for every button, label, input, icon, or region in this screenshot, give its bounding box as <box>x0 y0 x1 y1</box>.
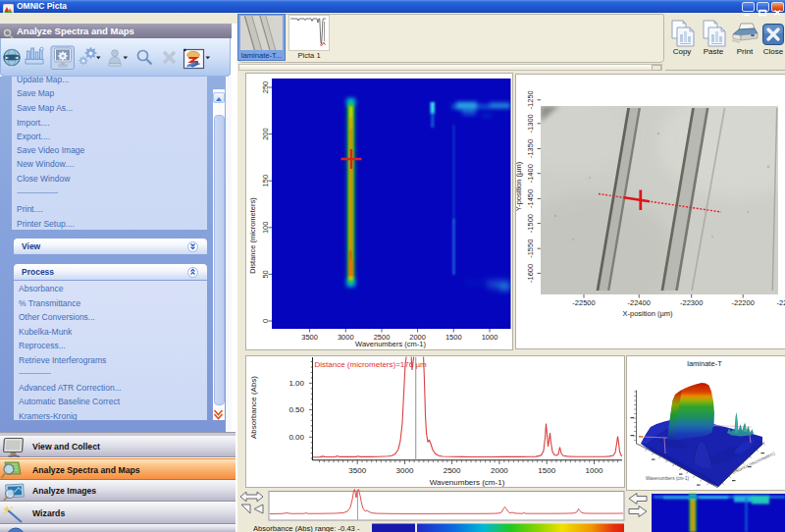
svg-text:250: 250 <box>261 81 270 94</box>
svg-text:Distance (micrometers): Distance (micrometers) <box>248 197 257 274</box>
svg-text:1000: 1000 <box>482 333 498 342</box>
svg-text:-1350: -1350 <box>526 139 535 158</box>
svg-text:-22500: -22500 <box>572 298 595 307</box>
svg-text:-1600: -1600 <box>526 264 535 283</box>
svg-text:-1400: -1400 <box>526 164 535 183</box>
svg-text:X-position (µm): X-position (µm) <box>623 309 674 318</box>
svg-text:Absorbance (Abs) range: -0.43: Absorbance (Abs) range: -0.43 - <box>253 524 360 532</box>
svg-text:Wavenumbers (cm-1): Wavenumbers (cm-1) <box>430 478 505 487</box>
svg-text:150: 150 <box>261 175 270 187</box>
svg-text:Wavenumbers (cm-1): Wavenumbers (cm-1) <box>355 340 426 348</box>
svg-text:Wavenumbers (cm-1): Wavenumbers (cm-1) <box>646 476 689 481</box>
svg-text:-1250: -1250 <box>526 90 535 109</box>
svg-text:50: 50 <box>261 270 270 278</box>
svg-text:3500: 3500 <box>301 333 318 342</box>
svg-text:0.50: 0.50 <box>288 405 304 414</box>
svg-text:1500: 1500 <box>445 333 462 342</box>
svg-text:-22200: -22200 <box>732 298 755 307</box>
svg-text:Y-position (µm): Y-position (µm) <box>516 161 523 211</box>
svg-text:1.00: 1.00 <box>288 379 304 388</box>
svg-text:1000: 1000 <box>586 466 603 475</box>
svg-text:2500: 2500 <box>444 466 461 475</box>
svg-text:laminate-T: laminate-T <box>687 359 722 368</box>
svg-text:3000: 3000 <box>338 333 354 342</box>
svg-text:-1450: -1450 <box>526 189 535 208</box>
svg-text:-1300: -1300 <box>526 114 535 133</box>
svg-text:3500: 3500 <box>348 466 366 475</box>
svg-text:-22300: -22300 <box>680 298 703 307</box>
svg-text:0: 0 <box>261 319 270 323</box>
svg-text:200: 200 <box>261 128 270 140</box>
svg-text:Absorbance (Abs): Absorbance (Abs) <box>249 376 258 439</box>
svg-text:-22: -22 <box>777 298 785 307</box>
svg-text:1500: 1500 <box>538 466 555 475</box>
svg-text:Distance (micrometers)=176 µm: Distance (micrometers)=176 µm <box>315 360 428 369</box>
svg-text:2000: 2000 <box>491 466 508 475</box>
svg-text:-1550: -1550 <box>526 239 535 258</box>
svg-text:-22400: -22400 <box>628 298 651 307</box>
svg-text:3000: 3000 <box>396 466 414 475</box>
svg-text:-1500: -1500 <box>526 214 535 233</box>
svg-text:100: 100 <box>261 222 270 235</box>
svg-text:0.00: 0.00 <box>288 433 304 442</box>
